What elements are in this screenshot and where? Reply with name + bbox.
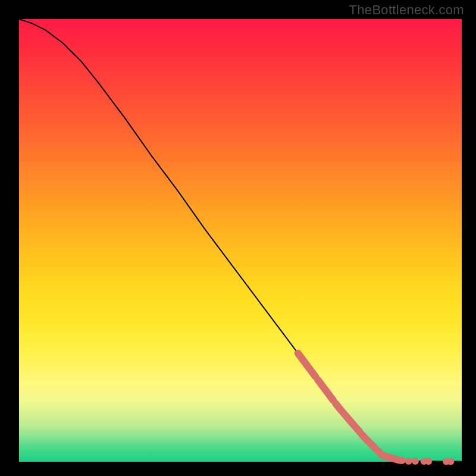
highlight-segment	[298, 353, 316, 377]
curve-svg	[19, 19, 462, 462]
highlight-segment	[378, 450, 391, 458]
highlight-segment	[336, 403, 360, 432]
highlight-dot	[425, 458, 432, 465]
watermark-text: TheBottleneck.com	[349, 2, 464, 18]
highlight-dot	[412, 458, 419, 465]
highlight-segment	[393, 458, 402, 461]
highlight-group	[298, 353, 455, 465]
plot-area	[19, 19, 462, 462]
highlight-segment	[362, 435, 375, 449]
highlight-segment	[318, 380, 333, 400]
black-curve	[19, 19, 462, 462]
highlight-dot	[405, 458, 412, 465]
highlight-dot	[447, 458, 454, 465]
chart-frame: TheBottleneck.com	[0, 0, 476, 476]
